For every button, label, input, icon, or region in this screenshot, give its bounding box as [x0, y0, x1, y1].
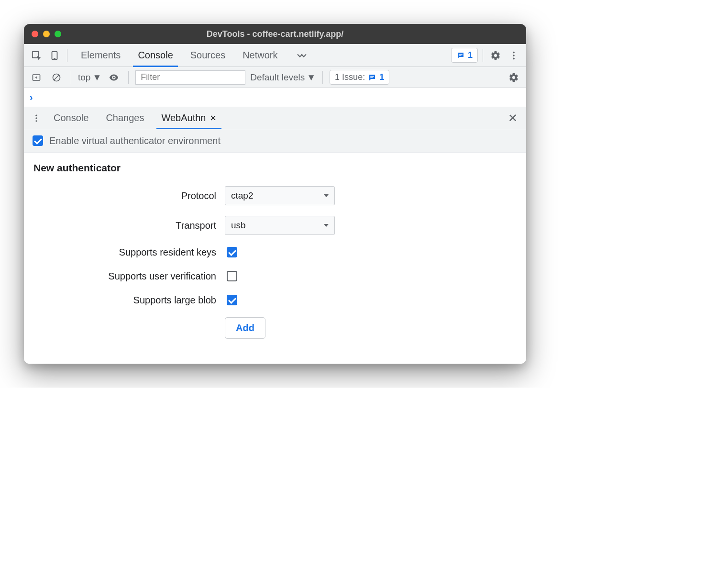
window-title: DevTools - coffee-cart.netlify.app/ — [32, 29, 518, 39]
new-authenticator-title: New authenticator — [33, 162, 517, 174]
traffic-lights — [32, 31, 61, 37]
maximize-window-button[interactable] — [55, 31, 61, 37]
minimize-window-button[interactable] — [43, 31, 50, 37]
close-window-button[interactable] — [32, 31, 38, 37]
dropdown-arrow-icon: ▼ — [92, 72, 101, 83]
toolbar-separator — [128, 71, 129, 84]
log-levels-selector[interactable]: Default levels ▼ — [250, 72, 316, 83]
svg-rect-4 — [459, 55, 461, 56]
user-verification-checkbox[interactable] — [227, 271, 237, 281]
prompt-chevron-icon: › — [30, 92, 33, 103]
toolbar-separator — [322, 71, 323, 84]
messages-badge[interactable]: 1 — [451, 48, 478, 63]
resident-keys-row: Supports resident keys — [33, 245, 517, 259]
console-sidebar-toggle-icon[interactable] — [29, 70, 44, 85]
protocol-row: Protocol ctap2 — [33, 186, 517, 205]
filter-input[interactable] — [135, 70, 245, 85]
user-verification-row: Supports user verification — [33, 269, 517, 283]
svg-rect-3 — [459, 54, 463, 55]
live-expression-icon[interactable] — [106, 70, 121, 85]
context-selector[interactable]: top ▼ — [78, 72, 101, 83]
svg-point-14 — [35, 117, 37, 119]
drawer-tab-strip: Console Changes WebAuthn ✕ ✕ — [24, 107, 526, 129]
svg-point-6 — [513, 55, 515, 56]
devtools-window: DevTools - coffee-cart.netlify.app/ Elem… — [24, 24, 526, 364]
resident-keys-checkbox[interactable] — [227, 247, 237, 257]
toolbar-separator — [67, 49, 67, 62]
add-row: Add — [33, 317, 517, 339]
issues-button[interactable]: 1 Issue: 1 — [330, 70, 389, 85]
enable-virtual-authenticator-checkbox[interactable] — [33, 135, 43, 146]
resident-keys-label: Supports resident keys — [33, 247, 225, 258]
close-tab-icon[interactable]: ✕ — [210, 113, 217, 123]
transport-label: Transport — [33, 220, 225, 231]
drawer-tab-console[interactable]: Console — [46, 107, 96, 129]
main-toolbar: Elements Console Sources Network 1 — [24, 44, 526, 67]
issues-label: 1 Issue: — [335, 72, 365, 82]
user-verification-label: Supports user verification — [33, 271, 225, 282]
log-levels-label: Default levels — [250, 72, 305, 83]
large-blob-row: Supports large blob — [33, 293, 517, 307]
drawer-tab-changes[interactable]: Changes — [98, 107, 152, 129]
tab-console[interactable]: Console — [129, 44, 181, 67]
svg-rect-11 — [370, 76, 374, 77]
svg-rect-12 — [370, 77, 373, 78]
clear-console-icon[interactable] — [49, 70, 64, 85]
svg-point-15 — [35, 120, 37, 122]
protocol-value: ctap2 — [231, 190, 253, 201]
titlebar: DevTools - coffee-cart.netlify.app/ — [24, 24, 526, 44]
close-drawer-icon[interactable]: ✕ — [504, 112, 521, 125]
transport-value: usb — [231, 220, 246, 231]
transport-row: Transport usb — [33, 216, 517, 235]
protocol-label: Protocol — [33, 190, 225, 201]
issues-count: 1 — [379, 72, 384, 82]
device-toolbar-icon[interactable] — [47, 48, 62, 63]
more-menu-icon[interactable] — [506, 48, 521, 63]
add-button[interactable]: Add — [225, 317, 265, 339]
tab-elements[interactable]: Elements — [72, 44, 129, 67]
svg-point-7 — [513, 57, 515, 59]
dropdown-arrow-icon: ▼ — [307, 72, 316, 83]
tab-sources[interactable]: Sources — [182, 44, 234, 67]
drawer-more-icon[interactable] — [29, 111, 44, 126]
inspect-element-icon[interactable] — [29, 48, 44, 63]
main-tab-strip: Elements Console Sources Network — [72, 44, 317, 67]
svg-point-5 — [513, 51, 515, 53]
drawer-tab-webauthn[interactable]: WebAuthn ✕ — [154, 107, 224, 129]
protocol-select[interactable]: ctap2 — [225, 186, 335, 205]
drawer-tab-webauthn-label: WebAuthn — [161, 112, 206, 123]
console-settings-icon[interactable] — [506, 70, 521, 85]
console-input-row[interactable]: › — [24, 88, 526, 107]
console-toolbar: top ▼ Default levels ▼ 1 Issue: 1 — [24, 67, 526, 88]
svg-line-10 — [54, 75, 59, 80]
context-label: top — [78, 72, 90, 83]
toolbar-separator — [483, 49, 483, 62]
messages-count: 1 — [468, 50, 473, 60]
settings-icon[interactable] — [488, 48, 503, 63]
svg-point-13 — [35, 114, 37, 116]
webauthn-panel: New authenticator Protocol ctap2 Transpo… — [24, 153, 526, 364]
more-tabs-button[interactable] — [287, 44, 317, 67]
transport-select[interactable]: usb — [225, 216, 335, 235]
enable-virtual-authenticator-label: Enable virtual authenticator environment — [49, 135, 221, 146]
tab-network[interactable]: Network — [234, 44, 286, 67]
large-blob-checkbox[interactable] — [227, 295, 237, 305]
toolbar-separator — [71, 71, 71, 84]
large-blob-label: Supports large blob — [33, 295, 225, 306]
webauthn-enable-row: Enable virtual authenticator environment — [24, 129, 526, 153]
